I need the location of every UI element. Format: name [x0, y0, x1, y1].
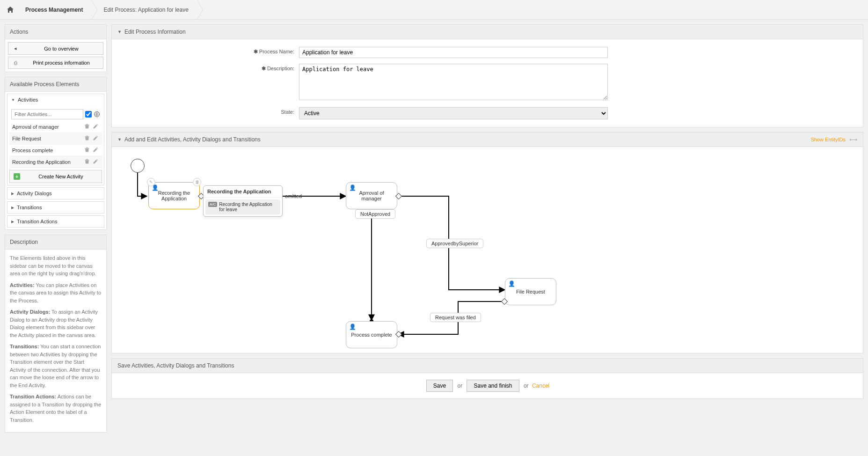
activity-item-label: Recording the Application	[12, 159, 82, 165]
filter-activities-input[interactable]	[11, 109, 83, 119]
transition-actions-section: Transition Actions	[7, 215, 104, 228]
activity-item-label: Process complete	[12, 147, 82, 153]
node-recording[interactable]: ✎ 🗑 👤 Recording the Application	[148, 182, 200, 209]
activity-dialogs-section: Activity Dialogs	[7, 187, 104, 199]
print-icon: ⎙	[12, 60, 19, 66]
description-body: The Elements listed above in this sideba…	[5, 250, 106, 432]
activity-dialogs-head[interactable]: Activity Dialogs	[7, 188, 104, 199]
edit-process-title[interactable]: Edit Process Information	[112, 25, 863, 39]
delete-icon[interactable]	[84, 124, 91, 130]
plus-icon: +	[14, 173, 20, 180]
activities-section: Activities Aprroval of manager	[7, 94, 104, 185]
canvas-area[interactable]: ✎ 🗑 👤 Recording the Application Recordin…	[112, 147, 863, 353]
transition-label-submitted[interactable]: omitted	[280, 192, 306, 200]
description-textarea[interactable]: Application for leave	[299, 64, 608, 100]
start-node[interactable]	[131, 159, 145, 173]
overview-label: Go to overview	[23, 46, 99, 51]
canvas-lines	[112, 147, 863, 353]
activity-item[interactable]: Recording the Application	[9, 156, 102, 168]
create-new-activity-button[interactable]: + Create New Activity	[9, 170, 102, 183]
activities-head[interactable]: Activities	[7, 94, 104, 105]
node-label: File Request	[516, 289, 545, 294]
save-panel-title: Save Activities, Activity Dialogs and Tr…	[112, 359, 863, 373]
user-icon: 👤	[152, 184, 159, 191]
process-name-input[interactable]	[299, 47, 608, 58]
description-label: ✱ Description:	[121, 64, 299, 72]
activity-item[interactable]: Process complete	[9, 145, 102, 156]
transition-label-approved[interactable]: ApprovedbySuperior	[426, 239, 483, 248]
edit-icon[interactable]	[93, 159, 99, 165]
canvas-panel: Add and Edit Activities, Activity Dialog…	[111, 132, 863, 353]
desc-p1: The Elements listed above in this sideba…	[10, 254, 102, 278]
desc-p4: Transitions: You can start a connection …	[10, 343, 102, 389]
show-entity-ids-link[interactable]: Show EntityIDs	[810, 137, 846, 142]
desc-p3: Activity Dialogs: To assign an Activity …	[10, 308, 102, 339]
elements-widget: Available Process Elements Activities Ap…	[5, 77, 107, 230]
back-icon: ◂	[12, 45, 19, 51]
actions-widget: Actions ◂ Go to overview ⎙ Print process…	[5, 24, 107, 72]
transition-label-filed[interactable]: Request was filed	[430, 313, 481, 322]
transition-label-notapproved[interactable]: NotApproved	[355, 209, 395, 219]
canvas-title[interactable]: Add and Edit Activities, Activity Dialog…	[112, 132, 863, 147]
node-label: Process complete	[351, 332, 392, 338]
desc-p5: Transition Actions: Actions can be assig…	[10, 393, 102, 424]
crumb-process-management[interactable]: Process Management	[14, 0, 92, 20]
state-label: State:	[121, 107, 299, 115]
create-label: Create New Activity	[24, 174, 98, 179]
save-button[interactable]: Save	[426, 380, 453, 392]
edit-icon[interactable]	[93, 124, 99, 130]
user-icon: 👤	[508, 280, 515, 287]
popup-row[interactable]: A/C Recording the Application for leave	[205, 199, 280, 214]
node-file-request[interactable]: 👤 File Request	[505, 278, 556, 305]
content: Edit Process Information ✱ Process Name:…	[111, 24, 863, 437]
user-icon: 👤	[349, 184, 356, 191]
edit-icon[interactable]	[93, 135, 99, 142]
node-approval[interactable]: 👤 Aprroval of manager	[346, 182, 397, 209]
node-label: Aprroval of manager	[349, 190, 394, 201]
sidebar: Actions ◂ Go to overview ⎙ Print process…	[5, 24, 107, 437]
globe-icon[interactable]	[94, 111, 100, 118]
popup-title: Recording the Application	[204, 186, 282, 198]
activity-list: Aprroval of manager File Request Process…	[9, 121, 102, 168]
delete-icon[interactable]	[84, 147, 91, 154]
or-text: or	[524, 382, 529, 389]
go-to-overview-button[interactable]: ◂ Go to overview	[8, 42, 103, 55]
activity-item-label: Aprroval of manager	[12, 124, 82, 130]
actions-title: Actions	[5, 25, 106, 39]
process-name-label: ✱ Process Name:	[121, 47, 299, 55]
save-and-finish-button[interactable]: Save and finish	[467, 380, 519, 392]
transition-actions-head[interactable]: Transition Actions	[7, 216, 104, 227]
node-delete-icon[interactable]: 🗑	[193, 178, 201, 186]
description-widget: Description The Elements listed above in…	[5, 235, 107, 433]
expand-icon[interactable]: ⟷	[849, 136, 857, 143]
edit-process-panel: Edit Process Information ✱ Process Name:…	[111, 24, 863, 127]
node-label: Recording the Application	[152, 190, 197, 201]
print-process-button[interactable]: ⎙ Print process information	[8, 57, 103, 69]
activity-popup[interactable]: Recording the Application A/C Recording …	[203, 185, 283, 217]
node-process-complete[interactable]: 👤 Process complete	[346, 321, 397, 348]
edit-icon[interactable]	[93, 147, 99, 154]
elements-title: Available Process Elements	[5, 77, 106, 92]
description-title: Description	[5, 235, 106, 250]
popup-tag: A/C	[208, 202, 217, 207]
activity-item[interactable]: File Request	[9, 133, 102, 145]
user-icon: 👤	[349, 324, 356, 330]
or-text: or	[457, 382, 462, 389]
delete-icon[interactable]	[84, 135, 91, 142]
activity-item-label: File Request	[12, 136, 82, 141]
state-select[interactable]: Active	[299, 107, 608, 119]
filter-checkbox[interactable]	[85, 111, 92, 118]
transitions-head[interactable]: Transitions	[7, 202, 104, 213]
transitions-section: Transitions	[7, 201, 104, 213]
cancel-link[interactable]: Cancel	[532, 382, 549, 389]
save-panel: Save Activities, Activity Dialogs and Tr…	[111, 358, 863, 399]
desc-p2: Activities: You can place Activities on …	[10, 281, 102, 305]
delete-icon[interactable]	[84, 159, 91, 165]
breadcrumb: Process Management Edit Process: Applica…	[0, 0, 868, 20]
print-label: Print process information	[23, 60, 99, 66]
crumb-edit-process: Edit Process: Application for leave	[92, 0, 197, 20]
popup-row-text: Recording the Application for leave	[219, 202, 277, 212]
home-icon[interactable]	[7, 6, 14, 14]
activity-item[interactable]: Aprroval of manager	[9, 121, 102, 133]
